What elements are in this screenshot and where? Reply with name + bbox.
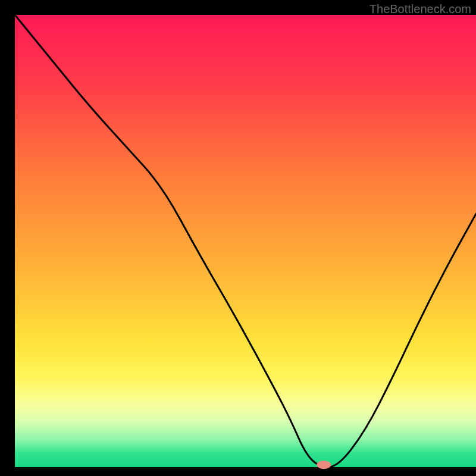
optimum-marker: [317, 461, 331, 469]
watermark-text: TheBottleneck.com: [369, 2, 471, 16]
plot-background: [15, 15, 476, 467]
bottleneck-chart: [0, 0, 476, 476]
